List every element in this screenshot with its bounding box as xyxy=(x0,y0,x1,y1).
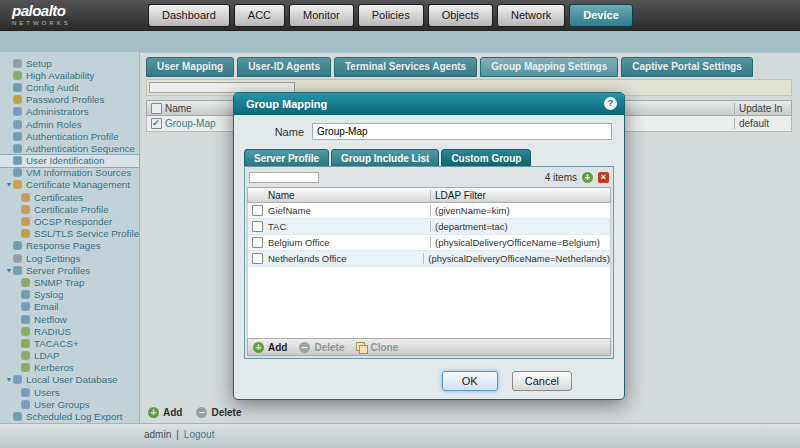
screen: paloalto NETWORKS Dashboard ACC Monitor … xyxy=(0,0,800,448)
name-label: Name xyxy=(242,126,312,138)
name-input[interactable] xyxy=(312,123,612,140)
main-nav: Dashboard ACC Monitor Policies Objects N… xyxy=(148,4,633,27)
nav-tab-device[interactable]: Device xyxy=(569,4,632,27)
panel-bottom-toolbar: + Add − Delete Clone xyxy=(247,338,611,356)
logo-text: paloalto xyxy=(12,3,71,18)
table-empty-area xyxy=(247,267,611,338)
apply-filter-icon[interactable]: + xyxy=(582,172,593,183)
custom-group-panel: 4 items + × Name LDAP Filter GiefName (g… xyxy=(244,166,614,359)
dialog-title: Group Mapping xyxy=(246,98,327,110)
table-row[interactable]: Belgium Office (physicalDeliveryOfficeNa… xyxy=(247,235,611,251)
dialog-footer: OK Cancel xyxy=(234,371,624,391)
column-header-ldap-filter[interactable]: LDAP Filter xyxy=(431,190,610,201)
items-count: 4 items xyxy=(545,172,577,183)
nav-tab-acc[interactable]: ACC xyxy=(234,4,285,27)
row-checkbox[interactable] xyxy=(252,205,263,216)
row-checkbox[interactable] xyxy=(252,237,263,248)
table-row[interactable]: TAC (department=tac) xyxy=(247,219,611,235)
nav-tab-objects[interactable]: Objects xyxy=(428,4,493,27)
panel-filter-input[interactable] xyxy=(249,172,319,183)
row-checkbox[interactable] xyxy=(252,253,263,264)
row-checkbox[interactable] xyxy=(252,221,263,232)
delete-button[interactable]: − Delete xyxy=(299,342,344,353)
add-icon: + xyxy=(253,342,264,353)
paloalto-logo: paloalto NETWORKS xyxy=(12,3,71,26)
nav-tab-policies[interactable]: Policies xyxy=(358,4,424,27)
nav-tab-dashboard[interactable]: Dashboard xyxy=(148,4,230,27)
column-header-name[interactable]: Name xyxy=(266,190,431,201)
logo-subtext: NETWORKS xyxy=(12,20,71,26)
clone-button[interactable]: Clone xyxy=(356,342,398,353)
top-bar: paloalto NETWORKS Dashboard ACC Monitor … xyxy=(0,0,800,31)
name-field-row: Name xyxy=(242,123,612,140)
add-button[interactable]: + Add xyxy=(253,342,287,353)
panel-toolbar: 4 items + × xyxy=(245,167,613,187)
nav-tab-network[interactable]: Network xyxy=(497,4,565,27)
ok-button[interactable]: OK xyxy=(442,371,498,391)
clone-icon xyxy=(356,342,366,352)
table-row[interactable]: GiefName (givenName=kim) xyxy=(247,203,611,219)
custom-group-table-header: Name LDAP Filter xyxy=(247,187,611,203)
table-row[interactable]: Netherlands Office (physicalDeliveryOffi… xyxy=(247,251,611,267)
group-mapping-dialog: Group Mapping ? Name Server Profile Grou… xyxy=(233,92,625,400)
nav-tab-monitor[interactable]: Monitor xyxy=(289,4,354,27)
delete-icon: − xyxy=(299,342,310,353)
help-icon[interactable]: ? xyxy=(604,97,617,110)
cancel-button[interactable]: Cancel xyxy=(512,371,572,391)
clear-filter-icon[interactable]: × xyxy=(598,172,609,183)
dialog-title-bar: Group Mapping ? xyxy=(234,93,624,115)
